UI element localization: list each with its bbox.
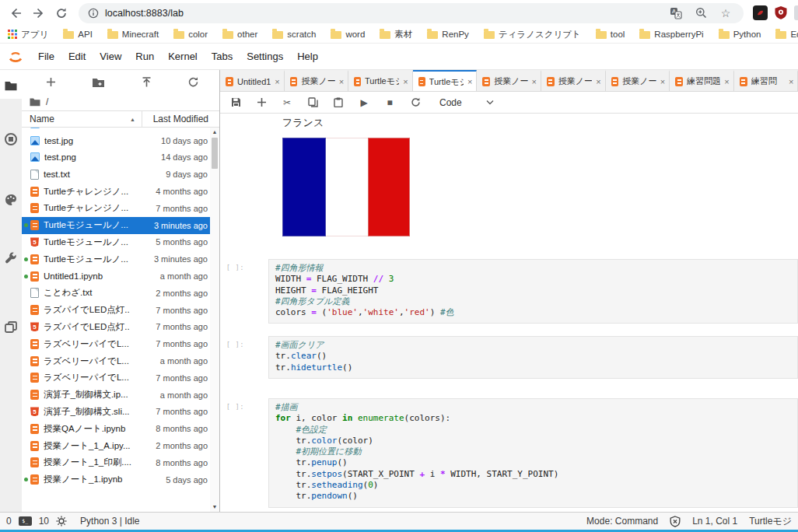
close-icon[interactable]: × [596, 77, 600, 86]
translate-icon[interactable]: A [667, 5, 684, 21]
url-text[interactable]: localhost:8883/lab [105, 8, 660, 19]
notebook-content[interactable]: フランス [ ]:#四角形情報WIDTH = FLAG_WIDTH // 3HE… [220, 114, 798, 512]
chevron-down-icon[interactable] [486, 100, 494, 105]
close-icon[interactable]: × [403, 77, 408, 86]
menu-run[interactable]: Run [128, 51, 161, 62]
close-icon[interactable]: × [660, 77, 665, 86]
file-row[interactable]: test.jpg10 days ago [22, 132, 219, 149]
restart-kernel-button[interactable] [409, 96, 422, 109]
run-cell-button[interactable]: ▶ [358, 96, 370, 109]
notebook-tab[interactable]: 練習問題× [670, 70, 734, 91]
stop-kernel-button[interactable]: ■ [383, 96, 396, 109]
file-row[interactable]: Turtleチャレンジノ...7 months ago [22, 200, 219, 217]
file-row[interactable]: 5ラズパイでLED点灯..7 months ago [22, 319, 219, 336]
file-row[interactable]: test.png14 days ago [22, 149, 219, 166]
bookmark-item[interactable]: Minecraft [107, 29, 159, 40]
file-row[interactable]: 授業QAノート.ipynb8 months ago [22, 420, 219, 437]
notebook-tab[interactable]: 授業ノー× [477, 70, 541, 91]
scroll-down-icon[interactable]: ▼ [210, 502, 219, 512]
bookmark-item[interactable]: other [222, 29, 257, 40]
notebook-tab[interactable]: Turtleモジ× [348, 70, 413, 91]
notebook-tab[interactable]: 授業ノー× [606, 70, 670, 91]
upload-button[interactable] [141, 76, 152, 88]
bookmark-item[interactable]: 素材 [380, 29, 412, 40]
terminals-count[interactable]: 0 [6, 516, 12, 527]
menu-kernel[interactable]: Kernel [161, 51, 205, 62]
close-icon[interactable]: × [724, 77, 729, 86]
file-row[interactable]: 演算子_制御構文.ip...a month ago [22, 387, 219, 404]
file-row[interactable]: ことわざ.txt2 months ago [22, 285, 219, 302]
bookmark-item[interactable]: Python [719, 29, 761, 40]
file-row[interactable]: ラズベリーパイでL...7 months ago [22, 369, 219, 387]
close-icon[interactable]: × [467, 77, 472, 86]
file-list-scrollbar[interactable]: ▲ ▼ [210, 128, 219, 512]
code-cell[interactable]: [ ]:#四角形情報WIDTH = FLAG_WIDTH // 3HEIGHT … [268, 259, 798, 324]
commands-palette-tab-icon[interactable] [4, 193, 18, 207]
menu-edit[interactable]: Edit [61, 51, 93, 62]
cut-cells-button[interactable]: ✂ [281, 96, 293, 109]
file-row[interactable]: Turtleモジュールノ...3 minutes ago [22, 250, 219, 268]
code-cell[interactable]: [ ]:#画面クリアtr.clear()tr.hideturtle() [268, 336, 798, 379]
extension-icon-shield[interactable] [774, 5, 788, 20]
bookmark-item[interactable]: API [63, 29, 93, 40]
file-row[interactable]: 授業ノート_1_A.ipy...2 months ago [22, 437, 219, 454]
cell-type-dropdown[interactable]: Code [439, 97, 462, 108]
reload-button[interactable] [52, 4, 71, 23]
bookmark-item[interactable]: tool [596, 29, 625, 40]
running-kernels-tab-icon[interactable] [4, 132, 18, 146]
file-row[interactable]: 授業ノート_1_印刷....8 months ago [22, 454, 219, 471]
bookmark-item[interactable]: RenPy [427, 29, 469, 40]
kernels-count[interactable]: 10 [39, 516, 49, 527]
column-last-modified[interactable]: Last Modified [142, 111, 219, 127]
bookmark-item[interactable]: Edison [775, 29, 798, 40]
menu-help[interactable]: Help [290, 51, 325, 62]
file-row[interactable]: ラズベリーパイでL...7 months ago [22, 335, 219, 352]
extension-icon-dark[interactable] [753, 5, 768, 20]
open-tabs-tab-icon[interactable] [4, 320, 18, 334]
close-icon[interactable]: × [275, 77, 279, 86]
file-row[interactable]: Turtleモジュールノ...3 minutes ago [22, 217, 219, 234]
menu-view[interactable]: View [93, 51, 128, 62]
notebook-tab[interactable]: 授業ノー× [285, 70, 349, 91]
copy-cells-button[interactable] [306, 96, 319, 109]
bookmark-star-icon[interactable]: ☆ [717, 5, 734, 21]
file-row[interactable]: 5演算子_制御構文.sli...7 months ago [22, 404, 219, 421]
file-row[interactable]: 授業ノート_1.ipynb5 days ago [22, 471, 219, 488]
notebook-tab[interactable]: 練習問× [734, 70, 798, 91]
new-folder-button[interactable] [92, 76, 105, 88]
command-mode-indicator[interactable]: Mode: Command [586, 516, 658, 527]
menu-file[interactable]: File [31, 51, 61, 62]
notebook-tab[interactable]: Turtleモジ× [413, 70, 478, 92]
file-row[interactable]: ラズベリーパイでL...a month ago [22, 352, 219, 369]
kernel-status[interactable]: Python 3 | Idle [80, 516, 140, 527]
file-browser-tab-icon[interactable] [4, 79, 18, 93]
notebook-tab[interactable]: Untitled1× [220, 70, 285, 91]
file-row[interactable]: ラズパイでLED点灯..7 months ago [22, 302, 219, 319]
file-row[interactable]: 5Turtleモジュールノ...5 months ago [22, 234, 219, 251]
trust-shield-icon[interactable] [670, 516, 681, 527]
notebook-tab[interactable]: 授業ノー× [541, 70, 606, 91]
bookmark-item[interactable]: ティラノスクリプト [484, 29, 581, 40]
close-icon[interactable]: × [532, 77, 537, 86]
site-info-icon[interactable] [88, 8, 99, 19]
scrollbar-thumb[interactable] [212, 138, 218, 169]
property-inspector-tab-icon[interactable] [4, 251, 18, 265]
apps-shortcut[interactable]: アプリ [8, 29, 48, 40]
close-icon[interactable]: × [339, 77, 344, 86]
breadcrumb[interactable]: / [22, 93, 219, 110]
menu-settings[interactable]: Settings [240, 51, 290, 62]
file-row[interactable]: Turtleチャレンジノ...4 months ago [22, 183, 219, 200]
save-button[interactable] [229, 96, 242, 109]
paste-cells-button[interactable] [332, 96, 345, 109]
column-name[interactable]: Name ▲ [22, 114, 142, 124]
add-cell-button[interactable] [255, 96, 268, 109]
address-bar[interactable]: localhost:8883/lab A ☆ [79, 3, 744, 23]
file-row[interactable]: test.txt9 days ago [22, 166, 219, 183]
extension-icon-partial[interactable] [794, 5, 798, 20]
new-launcher-button[interactable] [45, 76, 57, 88]
close-icon[interactable]: × [789, 77, 793, 86]
code-cell[interactable]: [ ]:#描画for i, color in enumerate(colors)… [268, 398, 798, 508]
refresh-files-button[interactable] [187, 76, 199, 88]
cursor-position[interactable]: Ln 1, Col 1 [692, 516, 737, 527]
breadcrumb-root[interactable]: / [46, 96, 48, 107]
